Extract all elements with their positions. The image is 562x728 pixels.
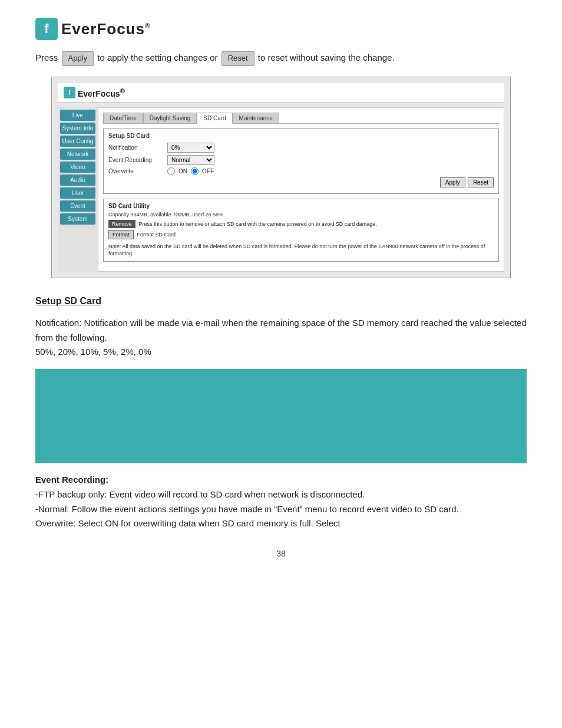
tab-sd-card[interactable]: SD Card: [197, 113, 232, 124]
tab-bar: Date/Time Daylight Saving SD Card Mainte…: [103, 113, 499, 124]
overwrite-on-label: ON: [178, 168, 187, 174]
sidebar-item-system-info[interactable]: System Info: [60, 123, 95, 134]
overwrite-row: Overwrite ON OFF: [108, 167, 494, 175]
remove-description: Press this button to remove or attach SD…: [139, 221, 377, 227]
remove-row: Remove Press this button to remove or at…: [108, 220, 494, 228]
format-button[interactable]: Format: [108, 230, 134, 239]
setup-sd-card-title: Setup SD Card: [108, 133, 494, 139]
notification-paragraph: Notification: Notification will be made …: [35, 316, 527, 360]
overwrite-off-label: OFF: [202, 168, 214, 174]
apply-button-inline[interactable]: Apply: [62, 51, 94, 66]
capacity-text: Capacity 964MB, available 700MB, used 26…: [108, 212, 494, 218]
section-heading-setup-sd-card: Setup SD Card: [35, 296, 527, 307]
notification-select[interactable]: 0% 2% 5% 10% 20% 50%: [167, 143, 214, 153]
sd-card-utility-section: SD Card Utility Capacity 964MB, availabl…: [103, 199, 499, 262]
inner-ui: f EverFocus® Live System Info User Confi…: [52, 77, 510, 278]
sidebar-item-video[interactable]: Video: [60, 162, 95, 173]
sidebar-item-event[interactable]: Event: [60, 200, 95, 212]
remove-button[interactable]: Remove: [108, 220, 135, 228]
inner-logo-text: EverFocus®: [78, 87, 125, 98]
main-content: Date/Time Daylight Saving SD Card Mainte…: [98, 107, 504, 272]
inner-logo-icon: f: [64, 87, 75, 98]
overwrite-label: Overwrite: [108, 168, 167, 174]
tab-daylight-saving[interactable]: Daylight Saving: [143, 113, 197, 123]
overwrite-text: Overwrite: Select ON for overwriting dat…: [35, 518, 340, 528]
reset-button[interactable]: Reset: [468, 177, 494, 187]
event-recording-heading: Event Recording:: [35, 475, 108, 485]
sidebar-item-system[interactable]: System: [60, 213, 95, 225]
notification-row: Notification 0% 2% 5% 10% 20% 50%: [108, 143, 494, 153]
event-recording-row: Event Recording Normal FTP backup only: [108, 155, 494, 165]
screenshot-box: f EverFocus® Live System Info User Confi…: [51, 77, 511, 278]
page-number: 38: [35, 549, 527, 558]
svg-text:f: f: [44, 21, 49, 36]
event-recording-normal: -Normal: Follow the event actions settin…: [35, 504, 459, 514]
header-logo: f EverFocus®: [35, 18, 527, 40]
sidebar-item-audio[interactable]: Audio: [60, 174, 95, 186]
sidebar-item-network[interactable]: Network: [60, 149, 95, 160]
event-recording-paragraph: Event Recording: -FTP backup only: Event…: [35, 473, 527, 531]
event-recording-ftp: -FTP backup only: Event video will recor…: [35, 489, 365, 499]
intro-paragraph: Press Apply to apply the setting changes…: [35, 51, 527, 66]
teal-image-placeholder: [35, 369, 527, 463]
sidebar: Live System Info User Config Network Vid…: [58, 107, 98, 272]
overwrite-off-radio[interactable]: [191, 167, 199, 175]
tab-maintenance[interactable]: Maintenance: [233, 113, 279, 123]
logo-text: EverFocus®: [61, 20, 151, 38]
apply-button[interactable]: Apply: [440, 177, 465, 187]
event-recording-select[interactable]: Normal FTP backup only: [167, 155, 214, 165]
tab-datetime[interactable]: Date/Time: [103, 113, 143, 123]
overwrite-on-radio[interactable]: [167, 167, 175, 175]
overwrite-radio-group: ON OFF: [167, 167, 214, 175]
utility-title: SD Card Utility: [108, 203, 494, 209]
inner-logo-bar: f EverFocus®: [58, 83, 504, 103]
apply-reset-row: Apply Reset: [108, 177, 494, 187]
note-text: Note: All data saved on the SD card will…: [108, 243, 494, 258]
sidebar-item-user[interactable]: User: [60, 187, 95, 199]
reset-button-inline[interactable]: Reset: [222, 51, 254, 66]
everfocus-logo-icon: f: [35, 18, 58, 40]
event-recording-label: Event Recording: [108, 157, 167, 163]
format-row: Format Format SD Card: [108, 230, 494, 239]
setup-sd-card-section: Setup SD Card Notification 0% 2% 5% 10% …: [103, 129, 499, 194]
format-description: Format SD Card: [137, 232, 176, 238]
sidebar-item-user-config[interactable]: User Config: [60, 136, 95, 147]
notification-label: Notification: [108, 144, 167, 151]
sidebar-item-live[interactable]: Live: [60, 110, 95, 121]
inner-layout: Live System Info User Config Network Vid…: [58, 107, 504, 272]
